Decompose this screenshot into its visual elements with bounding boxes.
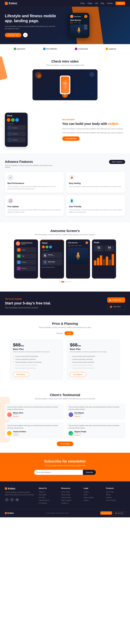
- phone-tab-back[interactable]: Back: [74, 22, 77, 23]
- testimonial-stars-1: ★★★★☆: [13, 416, 23, 417]
- screen-card-profile: David Contreras AppMetric Cardio Yoga Se…: [14, 240, 38, 278]
- sign-in-button[interactable]: Sign In: [116, 2, 125, 5]
- build-right: Stay Strongwith You can build your body …: [62, 119, 125, 141]
- testimonial-name-4: Ragene Pringlo: [74, 431, 86, 432]
- hero-right: Nick Davis Stats Muscles Front Back Legs…: [57, 13, 89, 38]
- price-card-2-name: Basic Plan: [70, 348, 117, 350]
- brand-appmetric-name: appmetric: [17, 48, 25, 50]
- screens-title: Awesome Screen's: [5, 229, 125, 233]
- build-left: Chest Last Exercise Exercise 1 Exercise …: [5, 113, 57, 147]
- footer-col-about: About Us About Us Why Extbot Our Team Co…: [39, 487, 58, 505]
- feature-setting-text: That necessitates a robust ecommerce pla…: [69, 186, 123, 188]
- pricing-toggle[interactable]: Yearly: [65, 331, 73, 335]
- trial-left: Trial Version Available Start your 5-day…: [5, 298, 51, 308]
- google-play-button[interactable]: ▶ Google Play: [107, 298, 125, 303]
- screen-muscles-title: Stats Muscles: [68, 242, 78, 244]
- screen-dots: [5, 278, 125, 285]
- footer-col-legal-title: Legal: [84, 487, 103, 489]
- newsletter-email-input[interactable]: [34, 470, 83, 475]
- view-review-button[interactable]: View Review: [57, 442, 73, 446]
- phone-tab-legs[interactable]: Legs: [78, 22, 80, 23]
- screen-profile-row-1: Cardio: [16, 247, 36, 252]
- testimonial-card-1: That ecommerce platform that spins up an…: [5, 404, 64, 420]
- footer-item-about-5[interactable]: Our Partners: [39, 502, 58, 504]
- phone-user-name: Nick Davis: [74, 16, 81, 17]
- phone-tab-front[interactable]: Front: [70, 22, 73, 23]
- screen-card-chest: Chest Last Exercise 💪 Push Up3 sets • 12…: [40, 240, 64, 278]
- pricing-subtitle: That necessitates a robust ecommerce pla…: [5, 326, 125, 328]
- dot-4[interactable]: [68, 281, 69, 282]
- footer-item-prod-4[interactable]: Price & Pricing: [106, 500, 125, 501]
- get-started-button-2[interactable]: Get Started ›: [70, 372, 86, 377]
- screen-profile-row-4: Workout: [16, 266, 36, 271]
- brand-applicatr: applicatr: [106, 48, 116, 50]
- footer-item-prod-3[interactable]: Features: [106, 497, 125, 498]
- screens-section: Awesome Screen's That necessitates a rob…: [0, 222, 130, 292]
- brands-section: appmetric DirectMobile voxdemand applica…: [0, 44, 130, 54]
- logo-icon: [5, 2, 8, 5]
- footer-item-legal-3[interactable]: Help & Support: [84, 497, 103, 498]
- social-twitter[interactable]: t: [10, 498, 14, 502]
- download-now-button[interactable]: Download Now: [62, 136, 80, 141]
- newsletter-form: Subscribe: [34, 470, 96, 475]
- footer-app-store-button[interactable]: 🍎 App Store: [114, 511, 125, 515]
- get-started-button-1[interactable]: Get Started ›: [13, 372, 29, 377]
- price-card-2-features: ✓ It has survived only five banevolent. …: [70, 355, 117, 370]
- footer-item-prod-1[interactable]: Start a Trial: [106, 491, 125, 493]
- nav-info[interactable]: Info: [95, 2, 98, 4]
- footer-google-play-button[interactable]: ▶ Google Play: [100, 511, 112, 515]
- footer-item-about-4[interactable]: Contact With Us: [39, 500, 58, 501]
- feature-performance-text: That necessitates a robust ecommerce pla…: [7, 186, 61, 190]
- newsletter-subscribe-button[interactable]: Subscribe: [83, 470, 96, 475]
- testimonial-card-4: That ecommerce platform that spins up an…: [66, 422, 125, 438]
- start-trial-button[interactable]: Start Free Trial: [5, 33, 21, 37]
- intro-subtitle: That necessitates a robust ecommerce pla…: [5, 64, 125, 66]
- nav-blog[interactable]: Blog: [101, 2, 104, 4]
- footer-col-legal: Legal Cookies Terms Help & Support Conta…: [84, 487, 103, 505]
- testimonial-text-4: That ecommerce platform that spins up an…: [69, 424, 123, 429]
- phone-stats-title: Stats Muscles: [70, 19, 87, 21]
- footer-item-legal-2[interactable]: Terms: [84, 494, 103, 496]
- social-linkedin[interactable]: in: [15, 498, 19, 502]
- footer-item-about-3[interactable]: Our Team: [39, 497, 58, 498]
- price-card-1: $68/mo Basic Plan That necessitates ecom…: [10, 339, 63, 380]
- footer-item-legal-1[interactable]: Cookies: [84, 491, 103, 493]
- footer-bottom-logo: Extbot.: [5, 512, 14, 514]
- testimonial-stars-2: ★★★★☆: [74, 416, 84, 417]
- play-button[interactable]: ▶: [23, 33, 28, 37]
- phone-body-area: 🧍 Front Back Chest: [70, 24, 87, 36]
- other-features-button[interactable]: Other Features: [109, 160, 125, 164]
- trial-title: Start your 5-day's free trial.: [5, 301, 51, 306]
- footer-item-res-4[interactable]: Help & Support: [61, 500, 80, 501]
- build-phone-item-1: Exercise 1: [7, 125, 26, 130]
- phone-in-hand: ● ExtbotApp: [60, 76, 70, 94]
- testimonial-card-3: That ecommerce platform that spins up an…: [5, 422, 64, 438]
- testimonial-avatar-1: [7, 412, 12, 417]
- footer-item-res-5[interactable]: Contact Us: [61, 502, 80, 504]
- footer-item-res-1[interactable]: How It Works: [61, 491, 80, 493]
- hero-title: Lifestyle and fitness mobile app. landin…: [5, 14, 57, 23]
- nav-contact[interactable]: Contact: [107, 2, 113, 4]
- footer-item-prod-2[interactable]: Pricing: [106, 494, 125, 496]
- dot-1[interactable]: [59, 281, 60, 282]
- nav-pages[interactable]: Pages: [88, 2, 92, 4]
- footer-item-res-3[interactable]: Terms For Man: [61, 497, 80, 498]
- testimonials-section: Client's Testimonial That necessitates a…: [0, 387, 130, 453]
- dot-5[interactable]: [70, 281, 71, 282]
- footer-item-about-2[interactable]: Why Extbot: [39, 494, 58, 496]
- pricing-section: Price & Planning That necessitates a rob…: [0, 315, 130, 387]
- footer-item-about-1[interactable]: About Us: [39, 491, 58, 493]
- screen-goals-label1: kg: [95, 249, 103, 250]
- app-store-button[interactable]: 🍎 App Store: [107, 304, 125, 310]
- trial-tag: Trial Version Available: [5, 298, 51, 300]
- nav-home[interactable]: Home: [80, 2, 85, 4]
- footer-item-legal-4[interactable]: Contact: [84, 500, 103, 501]
- dot-2[interactable]: [61, 281, 64, 282]
- dot-3[interactable]: [65, 281, 67, 282]
- footer-item-res-2[interactable]: Privacy Policy: [61, 494, 80, 496]
- features-desc: That necessitates a robust ecommerce pla…: [5, 164, 54, 168]
- social-facebook[interactable]: f: [5, 498, 9, 502]
- build-desc-2: That necessitates a robust ecommerce pla…: [62, 132, 125, 134]
- trial-section: Trial Version Available Start your 5-day…: [0, 292, 130, 315]
- footer-copy: © 2022 Extbot. New All with a 2022: [46, 512, 69, 514]
